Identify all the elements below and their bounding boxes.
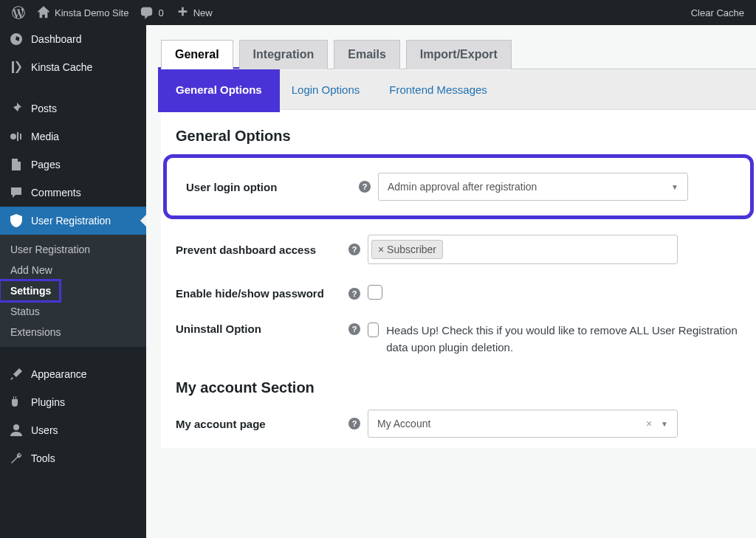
sidebar-item-media[interactable]: Media xyxy=(0,123,146,151)
svg-text:?: ? xyxy=(352,289,357,298)
checkbox-uninstall[interactable] xyxy=(368,323,379,337)
sidebar-item-label: Tools xyxy=(31,452,55,464)
brush-icon xyxy=(9,367,24,382)
pin-icon xyxy=(9,101,24,116)
label-user-login-option: User login option ? xyxy=(186,181,378,193)
home-icon xyxy=(37,6,50,19)
svg-point-0 xyxy=(10,134,16,139)
taginput-prevent-dashboard[interactable]: × Subscriber xyxy=(368,235,678,264)
tag-subscriber[interactable]: × Subscriber xyxy=(371,240,443,259)
kinsta-icon xyxy=(9,60,24,75)
tab-emails[interactable]: Emails xyxy=(334,40,400,69)
section-title-myaccount: My account Section xyxy=(161,366,756,399)
sidebar-item-label: Appearance xyxy=(31,368,87,380)
sidebar-sub-settings[interactable]: Settings xyxy=(0,280,60,301)
row-myaccount-page: My account page ? My Account × ▼ xyxy=(161,399,756,448)
select-value: My Account xyxy=(377,418,430,430)
sidebar-item-user-registration[interactable]: User Registration xyxy=(0,207,146,235)
admin-sidebar: Dashboard Kinsta Cache Posts Media Pages… xyxy=(0,25,146,538)
row-uninstall: Uninstall Option ? Heads Up! Check this … xyxy=(161,312,756,366)
plus-icon xyxy=(176,6,189,19)
sidebar-item-label: Media xyxy=(31,131,59,142)
sidebar-item-posts[interactable]: Posts xyxy=(0,94,146,123)
subtab-general-options[interactable]: General Options xyxy=(161,70,277,109)
new-label: New xyxy=(193,7,213,18)
settings-panel: General Options User login option ? Admi… xyxy=(161,110,756,448)
help-icon[interactable]: ? xyxy=(359,181,371,193)
sidebar-item-kinsta-cache[interactable]: Kinsta Cache xyxy=(0,53,146,81)
site-title: Kinsta Demo Site xyxy=(55,7,128,18)
sidebar-item-plugins[interactable]: Plugins xyxy=(0,388,146,416)
section-title-general: General Options xyxy=(161,128,756,154)
sidebar-item-comments[interactable]: Comments xyxy=(0,179,146,207)
row-enable-hide-show: Enable hide/show password ? xyxy=(161,275,756,312)
sidebar-item-users[interactable]: Users xyxy=(0,416,146,444)
new-content-link[interactable]: New xyxy=(170,0,219,25)
sidebar-item-label: Plugins xyxy=(31,396,65,408)
subtab-login-options[interactable]: Login Options xyxy=(277,70,375,109)
wrench-icon xyxy=(9,451,24,466)
help-icon[interactable]: ? xyxy=(348,288,360,300)
help-icon[interactable]: ? xyxy=(348,244,360,255)
select-user-login-option[interactable]: Admin approval after registration ▼ xyxy=(378,173,688,201)
sidebar-item-label: Posts xyxy=(31,103,57,114)
tab-general[interactable]: General xyxy=(161,40,233,69)
sidebar-sub-extensions[interactable]: Extensions xyxy=(0,322,146,342)
users-icon xyxy=(9,423,24,438)
row-user-login-option: User login option ? Admin approval after… xyxy=(171,162,746,211)
media-icon xyxy=(9,129,24,144)
sidebar-item-label: Users xyxy=(31,424,58,436)
select-value: Admin approval after registration xyxy=(388,181,537,193)
label-myaccount-page: My account page ? xyxy=(176,418,368,430)
sidebar-item-label: Dashboard xyxy=(31,33,82,45)
arrow-indicator xyxy=(140,215,146,227)
sidebar-item-label: Comments xyxy=(31,187,81,199)
wp-logo[interactable] xyxy=(6,0,31,25)
admin-bar: Kinsta Demo Site 0 New Clear Cache xyxy=(0,0,756,25)
sidebar-item-pages[interactable]: Pages xyxy=(0,151,146,179)
sidebar-item-appearance[interactable]: Appearance xyxy=(0,360,146,388)
svg-text:?: ? xyxy=(352,245,357,254)
clear-cache-label: Clear Cache xyxy=(691,7,744,18)
select-myaccount-page[interactable]: My Account × ▼ xyxy=(368,410,678,438)
sidebar-sub-status[interactable]: Status xyxy=(0,301,146,322)
svg-text:?: ? xyxy=(352,325,357,334)
help-icon[interactable]: ? xyxy=(348,418,360,430)
dashboard-icon xyxy=(9,32,24,46)
tab-integration[interactable]: Integration xyxy=(239,40,329,69)
plugin-icon xyxy=(9,395,24,410)
sidebar-item-label: Kinsta Cache xyxy=(31,61,92,73)
row-prevent-dashboard: Prevent dashboard access ? × Subscriber xyxy=(161,224,756,275)
sidebar-sub-add-new[interactable]: Add New xyxy=(0,260,146,280)
svg-text:?: ? xyxy=(362,182,368,191)
sidebar-item-tools[interactable]: Tools xyxy=(0,444,146,472)
sidebar-sub-user-registration[interactable]: User Registration xyxy=(0,239,146,260)
comment-icon xyxy=(140,6,154,19)
main-content: General Integration Emails Import/Export… xyxy=(146,25,756,538)
svg-text:?: ? xyxy=(352,419,357,428)
sidebar-submenu: User Registration Add New Settings Statu… xyxy=(0,235,146,347)
sidebar-item-dashboard[interactable]: Dashboard xyxy=(0,25,146,53)
comment-count: 0 xyxy=(158,7,163,18)
sidebar-item-label: Pages xyxy=(31,159,61,170)
svg-point-1 xyxy=(13,424,19,430)
checkbox-enable-hide-show[interactable] xyxy=(368,285,382,300)
shield-icon xyxy=(9,213,24,228)
clear-cache-link[interactable]: Clear Cache xyxy=(685,0,750,25)
site-name-link[interactable]: Kinsta Demo Site xyxy=(31,0,134,25)
comments-link[interactable]: 0 xyxy=(134,0,169,25)
chevron-down-icon: ▼ xyxy=(656,420,668,428)
uninstall-hint: Heads Up! Check this if you would like t… xyxy=(386,323,741,356)
sidebar-item-label: User Registration xyxy=(31,215,111,227)
label-enable-hide-show: Enable hide/show password ? xyxy=(176,287,368,300)
label-prevent-dashboard: Prevent dashboard access ? xyxy=(176,244,368,256)
subtab-frontend-messages[interactable]: Frontend Messages xyxy=(374,70,502,109)
tab-import-export[interactable]: Import/Export xyxy=(406,40,512,69)
chevron-down-icon: ▼ xyxy=(671,183,678,191)
wordpress-icon xyxy=(12,6,25,19)
pages-icon xyxy=(9,157,24,172)
help-icon[interactable]: ? xyxy=(348,323,360,335)
clear-icon[interactable]: × xyxy=(642,418,656,430)
label-uninstall: Uninstall Option ? xyxy=(176,323,368,335)
comments-icon xyxy=(9,185,24,200)
